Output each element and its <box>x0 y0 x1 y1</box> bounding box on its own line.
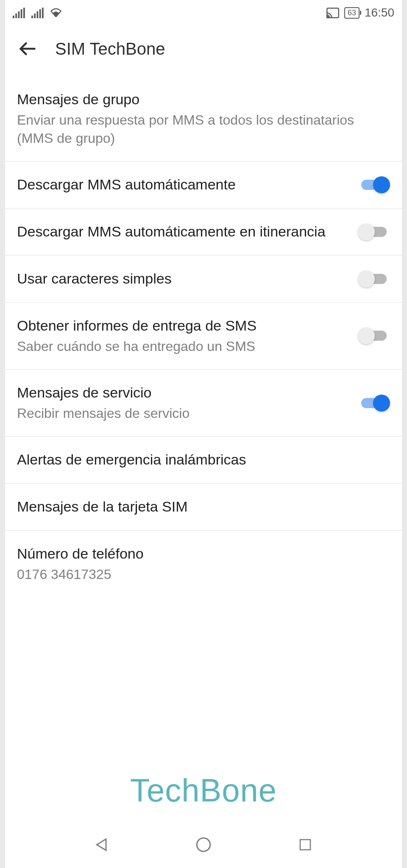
app-bar: SIM TechBone <box>0 25 407 76</box>
wifi-icon <box>50 8 62 17</box>
setting-group-messages[interactable]: Mensajes de grupo Enviar una respuesta p… <box>0 76 407 161</box>
svg-rect-8 <box>39 9 41 18</box>
setting-simple-chars[interactable]: Usar caracteres simples <box>0 256 407 303</box>
battery-icon: 63 <box>344 7 360 19</box>
cast-icon <box>326 8 339 18</box>
setting-title: Descargar MMS automáticamente en itinera… <box>17 222 345 242</box>
setting-subtitle: Recibir mensajes de servicio <box>17 404 345 423</box>
svg-marker-13 <box>97 839 106 851</box>
setting-title: Número de teléfono <box>17 544 390 564</box>
toggle-simple-chars[interactable] <box>358 270 390 288</box>
svg-rect-1 <box>15 14 17 18</box>
svg-rect-3 <box>21 9 22 18</box>
svg-rect-7 <box>37 11 39 18</box>
setting-subtitle: Saber cuándo se ha entregado un SMS <box>17 337 345 356</box>
signal-icon <box>13 8 25 18</box>
clock: 16:50 <box>365 6 394 19</box>
page-title: SIM TechBone <box>55 39 165 58</box>
setting-subtitle: 0176 34617325 <box>17 565 390 584</box>
svg-point-14 <box>197 838 210 851</box>
svg-point-11 <box>327 17 329 18</box>
status-left <box>13 8 62 18</box>
setting-emergency-alerts[interactable]: Alertas de emergencia inalámbricas <box>0 437 407 484</box>
status-right: 63 16:50 <box>326 6 394 19</box>
toggle-roaming-mms[interactable] <box>358 223 390 241</box>
toggle-auto-download-mms[interactable] <box>358 175 390 194</box>
navigation-bar <box>0 821 407 868</box>
setting-title: Alertas de emergencia inalámbricas <box>17 450 390 470</box>
nav-back-button[interactable] <box>91 834 112 855</box>
setting-sim-messages[interactable]: Mensajes de la tarjeta SIM <box>0 484 407 531</box>
setting-phone-number[interactable]: Número de teléfono 0176 34617325 <box>0 531 407 597</box>
svg-rect-2 <box>18 11 20 18</box>
svg-rect-6 <box>34 14 36 18</box>
setting-delivery-reports[interactable]: Obtener informes de entrega de SMS Saber… <box>0 303 407 370</box>
svg-rect-0 <box>13 16 14 18</box>
setting-auto-download-mms[interactable]: Descargar MMS automáticamente <box>0 161 407 209</box>
svg-rect-5 <box>31 16 33 18</box>
back-button[interactable] <box>17 38 38 59</box>
watermark: TechBone <box>130 772 277 809</box>
setting-subtitle: Enviar una respuesta por MMS a todos los… <box>17 111 390 147</box>
setting-title: Usar caracteres simples <box>17 269 345 289</box>
setting-auto-download-mms-roaming[interactable]: Descargar MMS automáticamente en itinera… <box>0 209 407 256</box>
battery-percent: 63 <box>348 8 356 17</box>
settings-list: Mensajes de grupo Enviar una respuesta p… <box>0 76 407 597</box>
svg-rect-15 <box>300 840 310 850</box>
toggle-service-messages[interactable] <box>358 394 390 412</box>
setting-title: Obtener informes de entrega de SMS <box>17 316 345 336</box>
setting-title: Mensajes de servicio <box>17 383 345 403</box>
setting-title: Mensajes de grupo <box>17 90 390 109</box>
setting-title: Descargar MMS automáticamente <box>17 175 345 195</box>
svg-rect-9 <box>42 8 44 18</box>
nav-home-button[interactable] <box>193 834 214 855</box>
toggle-delivery-reports[interactable] <box>358 326 390 345</box>
status-bar: 63 16:50 <box>0 0 407 25</box>
setting-service-messages[interactable]: Mensajes de servicio Recibir mensajes de… <box>0 370 407 437</box>
signal-icon-2 <box>31 8 44 18</box>
svg-rect-4 <box>23 8 25 18</box>
nav-recent-button[interactable] <box>295 834 316 855</box>
setting-title: Mensajes de la tarjeta SIM <box>17 497 390 517</box>
